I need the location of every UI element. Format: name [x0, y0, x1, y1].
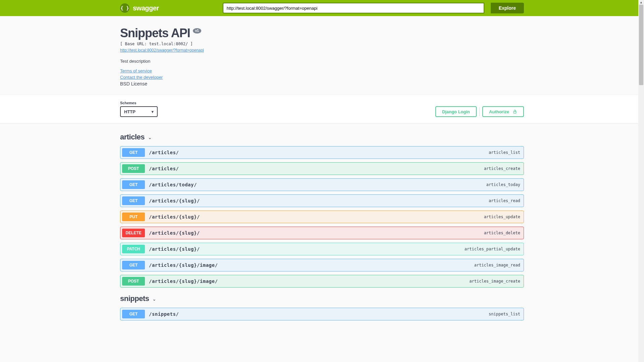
django-login-button[interactable]: Django Login: [435, 106, 477, 117]
method-badge: DELETE: [122, 229, 145, 237]
op-id: snippets_list: [489, 312, 520, 316]
swagger-logo-text: swagger: [133, 4, 159, 12]
op-id: articles_update: [484, 215, 520, 219]
op-path: /articles/{slug}/: [149, 230, 484, 236]
op-articles-image-create[interactable]: POST /articles/{slug}/image/ articles_im…: [120, 275, 524, 288]
method-badge: GET: [122, 261, 145, 269]
scroll-up-arrow-icon[interactable]: ▲: [638, 0, 644, 5]
method-badge: GET: [122, 148, 145, 157]
op-id: articles_read: [489, 198, 520, 203]
django-login-label: Django Login: [442, 109, 470, 114]
op-snippets-list[interactable]: GET /snippets/ snippets_list: [120, 308, 524, 320]
swagger-logo[interactable]: { } swagger: [120, 3, 159, 13]
chevron-down-icon: ⌄: [152, 296, 156, 302]
op-id: articles_today: [486, 182, 520, 187]
op-id: articles_create: [484, 166, 520, 171]
op-path: /articles/{slug}/image/: [149, 279, 469, 284]
op-articles-partial-update[interactable]: PATCH /articles/{slug}/ articles_partial…: [120, 243, 524, 255]
auth-separator: [479, 107, 480, 116]
op-articles-delete[interactable]: DELETE /articles/{slug}/ articles_delete: [120, 227, 524, 239]
method-badge: GET: [122, 196, 145, 205]
op-articles-today[interactable]: GET /articles/today/ articles_today: [120, 178, 524, 191]
schemes-label: Schemes: [120, 101, 158, 105]
op-articles-update[interactable]: PUT /articles/{slug}/ articles_update: [120, 210, 524, 223]
method-badge: PATCH: [122, 245, 145, 253]
version-badge: v1: [193, 28, 201, 34]
terms-link[interactable]: Terms of service: [120, 68, 152, 73]
op-path: /articles/{slug}/: [149, 198, 489, 203]
schemes-select[interactable]: HTTP ▾: [120, 106, 158, 117]
op-id: articles_image_read: [474, 263, 520, 267]
method-badge: PUT: [122, 213, 145, 221]
tag-snippets-name: snippets: [120, 294, 149, 303]
license-text: BSD License: [120, 81, 524, 86]
op-id: articles_image_create: [469, 279, 520, 284]
op-path: /articles/{slug}/: [149, 214, 484, 220]
method-badge: GET: [122, 310, 145, 318]
spec-url-input[interactable]: [223, 3, 484, 13]
swagger-logo-icon: { }: [120, 3, 129, 13]
authorize-button[interactable]: Authorize: [482, 106, 524, 117]
api-description: Test description: [120, 59, 524, 64]
authorize-label: Authorize: [489, 109, 509, 114]
op-path: /snippets/: [149, 311, 489, 317]
op-path: /articles/: [149, 166, 484, 171]
spec-link[interactable]: http://test.local:8002/swagger/?format=o…: [120, 48, 204, 53]
method-badge: POST: [122, 164, 145, 173]
topbar: { } swagger Explore: [0, 0, 644, 16]
op-path: /articles/: [149, 150, 489, 155]
contact-link[interactable]: Contact the developer: [120, 75, 163, 80]
lock-open-icon: [513, 109, 517, 114]
op-path: /articles/today/: [149, 182, 486, 187]
op-path: /articles/{slug}/image/: [149, 262, 474, 268]
method-badge: POST: [122, 277, 145, 286]
base-url: [ Base URL: test.local:8002/ ]: [120, 42, 524, 46]
schemes-selected: HTTP: [124, 109, 136, 114]
scrollbar-thumb[interactable]: [639, 5, 643, 85]
op-articles-create[interactable]: POST /articles/ articles_create: [120, 162, 524, 175]
api-title: Snippets API: [120, 26, 190, 40]
op-articles-read[interactable]: GET /articles/{slug}/ articles_read: [120, 194, 524, 207]
scheme-bar: Schemes HTTP ▾ Django Login Authorize: [0, 95, 644, 123]
tag-snippets-header[interactable]: snippets ⌄: [120, 291, 524, 308]
scrollbar-track[interactable]: ▲: [638, 0, 644, 334]
chevron-down-icon: ▾: [152, 110, 154, 114]
op-path: /articles/{slug}/: [149, 246, 465, 252]
api-info: Snippets API v1 [ Base URL: test.local:8…: [120, 16, 524, 95]
method-badge: GET: [122, 180, 145, 189]
op-id: articles_partial_update: [465, 247, 520, 251]
op-id: articles_list: [489, 150, 520, 155]
op-articles-list[interactable]: GET /articles/ articles_list: [120, 146, 524, 159]
op-id: articles_delete: [484, 231, 520, 235]
chevron-down-icon: ⌄: [148, 135, 152, 140]
tag-articles-header[interactable]: articles ⌄: [120, 129, 524, 146]
tag-articles-name: articles: [120, 133, 145, 141]
op-articles-image-read[interactable]: GET /articles/{slug}/image/ articles_ima…: [120, 259, 524, 272]
explore-button[interactable]: Explore: [491, 3, 524, 13]
